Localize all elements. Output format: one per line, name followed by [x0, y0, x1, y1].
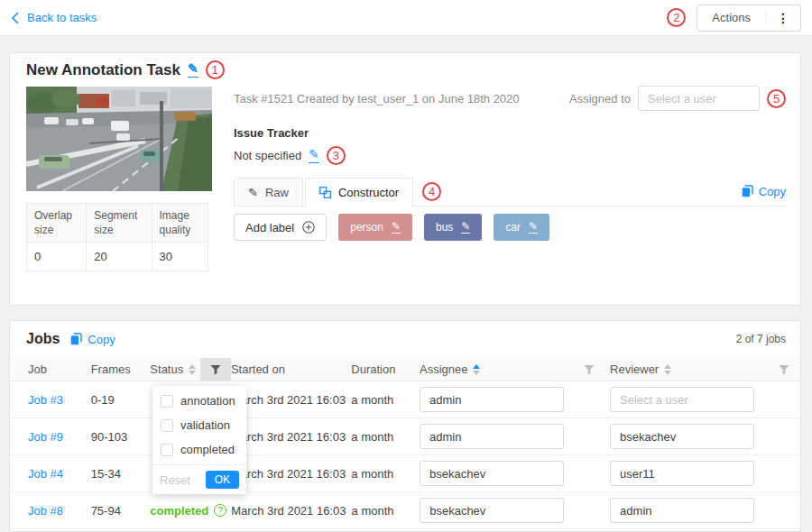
label-tag-person-name: person [350, 221, 383, 234]
label-tag-car-name: car [505, 221, 521, 234]
filter-reset-button[interactable]: Reset [160, 473, 190, 487]
plus-circle-icon [302, 221, 315, 234]
column-header-started-on: Started on [231, 362, 351, 376]
param-value-segment: 20 [87, 243, 152, 271]
tab-constructor-label: Constructor [338, 186, 399, 199]
filter-option-validation[interactable]: validation [152, 413, 246, 437]
sort-icon-active[interactable] [473, 364, 480, 375]
back-to-tasks-label: Back to tasks [27, 11, 97, 24]
back-to-tasks-link[interactable]: Back to tasks [11, 11, 97, 24]
column-header-assignee[interactable]: Assignee [411, 362, 577, 376]
edit-label-icon[interactable]: ✎ [461, 221, 470, 234]
reviewer-filter-icon[interactable] [768, 364, 800, 375]
filter-option-completed-label: completed [180, 443, 235, 456]
sort-icon[interactable] [664, 364, 671, 375]
assigned-to-label: Assigned to [569, 92, 631, 105]
job-duration: a month [352, 504, 411, 518]
label-tag-bus[interactable]: bus ✎ [424, 214, 482, 241]
edit-label-icon[interactable]: ✎ [392, 221, 401, 234]
issue-tracker-label: Issue Tracker [234, 126, 786, 140]
block-icon [319, 187, 331, 198]
jobs-title: Jobs [26, 331, 60, 347]
job-row-3: Job #3 0-19 March 3rd 2021 16:03 a month [10, 381, 800, 418]
job-started-on: March 3rd 2021 16:03 [231, 467, 351, 481]
filter-ok-button[interactable]: OK [206, 471, 239, 489]
kebab-menu-icon[interactable]: ⋮ [765, 12, 800, 24]
checkbox-annotation[interactable] [161, 395, 173, 408]
job-frames: 90-103 [91, 430, 151, 444]
column-header-status[interactable]: Status [150, 362, 200, 376]
task-details-card: New Annotation Task ✎ 1 [9, 52, 801, 306]
labels-copy-link[interactable]: Copy [742, 185, 786, 198]
job-frames: 0-19 [91, 393, 151, 407]
param-header-overlap: Overlap size [27, 204, 87, 243]
assignee-input[interactable] [420, 424, 564, 449]
assignee-filter-icon[interactable] [577, 364, 601, 375]
checkbox-completed[interactable] [161, 444, 173, 456]
annotation-circle-4: 4 [422, 182, 441, 201]
actions-button-label: Actions [697, 11, 765, 24]
tab-raw-label: Raw [265, 186, 289, 199]
jobs-table-header: Job Frames Status Started on Duration As… [10, 358, 800, 381]
param-header-quality: Image quality [152, 204, 208, 243]
assignee-input[interactable] [420, 461, 564, 486]
reviewer-input[interactable] [610, 424, 754, 449]
job-started-on: March 3rd 2021 16:03 [200, 504, 351, 518]
label-tag-bus-name: bus [436, 221, 453, 234]
job-started-on: March 3rd 2021 16:03 [231, 430, 351, 444]
checkbox-validation[interactable] [161, 419, 173, 432]
chevron-left-icon [11, 12, 19, 24]
annotation-circle-5: 5 [767, 89, 786, 108]
road-scene-image [26, 87, 212, 191]
job-duration: a month [351, 430, 411, 444]
job-link[interactable]: Job #4 [28, 467, 63, 481]
param-header-segment: Segment size [87, 204, 152, 243]
sort-icon[interactable] [189, 364, 196, 375]
task-assignee-input[interactable] [638, 86, 760, 111]
column-header-job: Job [10, 362, 91, 376]
reviewer-input[interactable] [610, 461, 754, 486]
labels-constructor-row: Add label person ✎ bus ✎ car ✎ [234, 214, 786, 241]
job-row-4: Job #4 15-34 March 3rd 2021 16:03 a mont… [10, 455, 800, 492]
label-tag-car[interactable]: car ✎ [494, 214, 549, 241]
tab-raw[interactable]: ✎ Raw [234, 178, 303, 206]
labels-tabs-bar: ✎ Raw Constructor 4 [234, 177, 786, 206]
reviewer-input[interactable] [610, 387, 754, 412]
jobs-card: Jobs Copy 2 of 7 jobs Job Frames Status [9, 320, 801, 532]
job-started-on: March 3rd 2021 16:03 [231, 393, 351, 407]
pencil-icon: ✎ [248, 186, 258, 199]
copy-icon [70, 333, 82, 345]
actions-button[interactable]: Actions ⋮ [697, 5, 801, 32]
jobs-copy-link[interactable]: Copy [70, 333, 115, 346]
task-title: New Annotation Task [26, 61, 180, 79]
edit-issue-tracker-icon[interactable]: ✎ [309, 148, 319, 162]
task-title-row: New Annotation Task ✎ 1 [26, 60, 225, 79]
column-header-reviewer[interactable]: Reviewer [601, 362, 768, 376]
label-tag-person[interactable]: person ✎ [338, 214, 412, 241]
add-label-button[interactable]: Add label [234, 214, 327, 241]
filter-option-annotation[interactable]: annotation [152, 389, 246, 413]
copy-icon [742, 185, 753, 197]
job-frames: 75-94 [91, 504, 151, 518]
task-meta-text: Task #1521 Created by test_user_1 on Jun… [234, 92, 520, 105]
tab-constructor[interactable]: Constructor [305, 178, 413, 206]
assignee-input[interactable] [420, 498, 564, 523]
topbar: Back to tasks 2 Actions ⋮ [0, 0, 812, 36]
job-link[interactable]: Job #8 [28, 504, 63, 518]
status-filter-icon[interactable] [200, 358, 231, 381]
column-header-frames: Frames [91, 362, 151, 376]
column-header-duration: Duration [351, 362, 411, 376]
job-link[interactable]: Job #9 [28, 430, 63, 444]
annotation-circle-2: 2 [667, 8, 686, 27]
edit-label-icon[interactable]: ✎ [529, 221, 538, 234]
edit-title-icon[interactable]: ✎ [188, 62, 198, 77]
assignee-input[interactable] [420, 387, 564, 412]
reviewer-input[interactable] [610, 498, 754, 523]
param-value-quality: 30 [152, 243, 208, 271]
jobs-copy-label: Copy [88, 333, 115, 346]
labels-copy-label: Copy [759, 185, 786, 198]
filter-option-completed[interactable]: completed [152, 437, 246, 462]
job-link[interactable]: Job #3 [28, 393, 63, 407]
job-duration: a month [351, 393, 411, 407]
job-row-8: Job #8 75-94 completed ? March 3rd 2021 … [10, 492, 800, 529]
